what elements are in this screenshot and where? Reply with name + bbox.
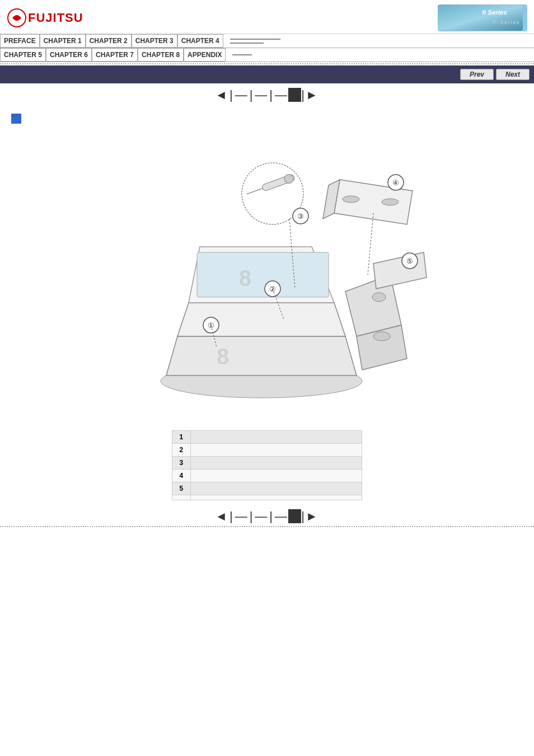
nav-line-1	[230, 39, 280, 40]
prev-button[interactable]: Prev	[460, 69, 494, 80]
nav-line-3	[232, 54, 252, 55]
page-nav-top: ◄|—|—|—■|►	[0, 88, 534, 102]
part-label	[190, 482, 362, 495]
part-label	[190, 495, 362, 500]
header: FUJITSU fi Series fi-Series	[0, 0, 534, 34]
main-content: 8 8 ① ② ③	[0, 135, 534, 500]
table-row: 5	[172, 482, 362, 495]
table-row: 1	[172, 431, 362, 444]
nav-tabs: PREFACE CHAPTER 1 CHAPTER 2 CHAPTER 3 CH…	[0, 34, 534, 62]
svg-point-20	[343, 196, 359, 203]
table-row	[172, 495, 362, 500]
part-number: 5	[172, 482, 191, 495]
svg-text:fi Series: fi Series	[482, 9, 507, 16]
part-number: 3	[172, 457, 191, 469]
nav-tab-chapter7[interactable]: CHAPTER 7	[92, 48, 138, 62]
fi-series-banner: fi Series fi-Series	[438, 4, 527, 31]
nav-tab-appendix[interactable]: APPENDIX	[184, 48, 226, 62]
part-number: 2	[172, 444, 191, 457]
svg-text:8: 8	[217, 344, 229, 369]
parts-table: 1 2 3 4 5	[172, 430, 362, 500]
svg-text:③: ③	[297, 212, 304, 220]
table-row: 2	[172, 444, 362, 457]
scanner-illustration: 8 8 ① ② ③	[99, 135, 435, 426]
nav-tab-chapter1[interactable]: CHAPTER 1	[40, 34, 86, 48]
blue-square-icon	[11, 114, 21, 124]
part-label	[190, 444, 362, 457]
part-label	[190, 457, 362, 469]
nav-tab-preface[interactable]: PREFACE	[0, 34, 40, 48]
section-indicator	[0, 109, 534, 135]
table-row: 4	[172, 469, 362, 482]
part-number	[172, 495, 191, 500]
svg-line-16	[247, 189, 263, 194]
logo-text: FUJITSU	[28, 11, 83, 25]
svg-point-9	[373, 332, 390, 341]
svg-rect-1	[438, 5, 523, 31]
part-number: 4	[172, 469, 191, 482]
nav-tab-chapter2[interactable]: CHAPTER 2	[86, 34, 132, 48]
nav-tab-chapter8[interactable]: CHAPTER 8	[138, 48, 184, 62]
table-row: 3	[172, 457, 362, 469]
page-nav-bottom: ◄|—|—|—■|►	[0, 509, 534, 524]
nav-line-2	[230, 43, 264, 44]
part-label	[190, 469, 362, 482]
fi-series-image: fi Series fi-Series	[438, 4, 523, 31]
toolbar: Prev Next	[0, 65, 534, 83]
part-number: 1	[172, 431, 191, 444]
nav-tab-chapter4[interactable]: CHAPTER 4	[177, 34, 223, 48]
svg-text:fi-Series: fi-Series	[493, 20, 520, 25]
svg-point-8	[372, 293, 386, 302]
bottom-separator	[0, 526, 534, 527]
nav-tab-chapter6[interactable]: CHAPTER 6	[46, 48, 92, 62]
top-separator	[0, 63, 534, 64]
svg-text:⑤: ⑤	[406, 257, 413, 265]
next-button[interactable]: Next	[496, 69, 530, 80]
svg-line-27	[368, 213, 373, 275]
svg-point-21	[382, 199, 399, 205]
nav-tab-chapter5[interactable]: CHAPTER 5	[0, 48, 46, 62]
svg-rect-5	[197, 252, 329, 297]
scanner-diagram: 8 8 ① ② ③	[11, 135, 523, 426]
fujitsu-logo-icon	[7, 8, 27, 28]
logo: FUJITSU	[7, 8, 83, 28]
part-label	[190, 431, 362, 444]
nav-tab-chapter3[interactable]: CHAPTER 3	[132, 34, 177, 48]
svg-text:④: ④	[392, 179, 399, 187]
svg-text:8: 8	[239, 266, 251, 290]
